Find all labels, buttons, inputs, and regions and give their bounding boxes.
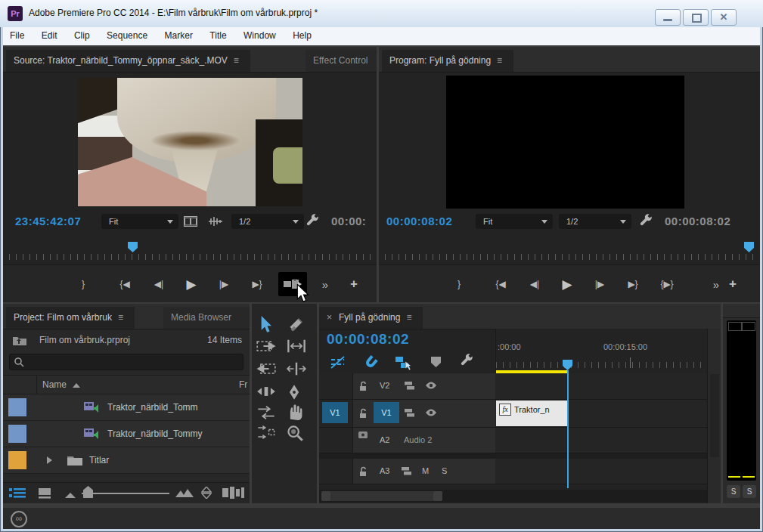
source-video-frame[interactable]: [78, 78, 302, 206]
pen-tool[interactable]: [287, 384, 309, 402]
v2-source-patch[interactable]: [319, 373, 353, 399]
list-header[interactable]: Name Fr: [3, 375, 250, 394]
expand-triangle-icon[interactable]: [47, 456, 52, 464]
rolling-edit-tool[interactable]: [287, 361, 309, 379]
folder-up-icon[interactable]: [12, 334, 27, 346]
button-editor-add[interactable]: +: [719, 277, 746, 292]
lock-icon[interactable]: [358, 381, 368, 391]
hand-tool[interactable]: [287, 404, 309, 422]
sync-lock-icon[interactable]: [404, 408, 416, 418]
program-scrubber[interactable]: [379, 233, 760, 263]
close-button[interactable]: ✕: [711, 9, 737, 26]
column-frame-rate[interactable]: Fr: [239, 376, 247, 394]
meter-solo-left-button[interactable]: S: [727, 485, 740, 498]
zoom-out-icon[interactable]: [65, 493, 76, 498]
track-a3-label[interactable]: A3: [380, 466, 389, 475]
tab-source[interactable]: Source: Traktor_närbild_Tommy_öppnar_säc…: [6, 50, 250, 72]
go-to-out-button[interactable]: ▶}: [243, 279, 271, 289]
tab-project[interactable]: Project: Film om vårbruk≡: [6, 307, 135, 329]
button-editor-add[interactable]: +: [340, 277, 368, 292]
track-v2-label[interactable]: V2: [380, 381, 389, 390]
drag-video-icon[interactable]: [183, 215, 198, 227]
rate-stretch-tool[interactable]: [256, 384, 279, 402]
v1-track-target-button[interactable]: V1: [374, 402, 399, 423]
audio-meter[interactable]: [727, 320, 756, 481]
project-row-2[interactable]: Traktor_närbild_Tommy: [3, 421, 250, 447]
menu-sequence[interactable]: Sequence: [100, 27, 154, 45]
play-button[interactable]: ▶: [178, 277, 205, 292]
zoom-tool[interactable]: [287, 425, 309, 443]
menu-marker[interactable]: Marker: [158, 27, 200, 45]
go-to-out-button[interactable]: ▶}: [619, 279, 647, 289]
zoom-slider-handle[interactable]: [83, 486, 93, 498]
toggle-track-output-eye-icon[interactable]: [425, 381, 437, 390]
track-a2-label[interactable]: A2: [380, 435, 389, 444]
track-v2-header[interactable]: V2: [319, 373, 495, 400]
source-playhead-icon[interactable]: [128, 242, 138, 252]
icon-view-icon[interactable]: [38, 487, 51, 500]
menu-file[interactable]: File: [3, 27, 31, 45]
track-a2-header[interactable]: A2 Audio 2: [319, 428, 495, 453]
sync-lock-icon[interactable]: [404, 381, 416, 391]
nest-toggle-icon[interactable]: [330, 355, 346, 370]
step-forward-button[interactable]: |▶: [210, 279, 237, 289]
menu-window[interactable]: Window: [237, 27, 283, 45]
ripple-edit-tool[interactable]: [287, 339, 309, 357]
search-input[interactable]: [9, 354, 243, 370]
lock-icon[interactable]: [358, 408, 368, 419]
add-marker-icon[interactable]: [431, 357, 441, 367]
program-playhead-icon[interactable]: [744, 242, 754, 252]
program-timecode[interactable]: 00:00:08:02: [386, 215, 452, 227]
lock-icon[interactable]: [358, 466, 368, 477]
panel-menu-icon[interactable]: ≡: [234, 50, 243, 72]
timeline-horizontal-scrollbar[interactable]: [319, 490, 707, 503]
minimize-button[interactable]: [655, 9, 681, 26]
zoom-slider-track[interactable]: [82, 493, 169, 494]
source-zoom-select[interactable]: Fit: [101, 214, 178, 229]
tab-program[interactable]: Program: Fyll på gödning≡: [382, 50, 513, 72]
step-back-button[interactable]: ◀|: [521, 279, 548, 289]
settings-wrench-icon[interactable]: [306, 214, 321, 229]
track-v1-lane[interactable]: fxTraktor_n: [495, 400, 707, 428]
source-resolution-select[interactable]: 1/2: [231, 214, 304, 229]
track-a2-name[interactable]: Audio 2: [404, 435, 432, 444]
razor-tool[interactable]: [288, 316, 311, 334]
tab-media-browser[interactable]: Media Browser: [163, 307, 250, 329]
menu-help[interactable]: Help: [286, 27, 318, 45]
mute-button[interactable]: M: [422, 466, 429, 475]
vscroll-thumb[interactable]: [710, 374, 719, 457]
sort-icon[interactable]: [201, 487, 212, 499]
program-zoom-select[interactable]: Fit: [476, 214, 553, 229]
close-tab-icon[interactable]: ×: [327, 312, 332, 323]
linked-selection-icon[interactable]: [395, 355, 413, 370]
timeline-ruler[interactable]: :00:00 00:00:15:00: [495, 329, 708, 373]
go-to-in-button[interactable]: {◀: [487, 279, 514, 289]
meters-header[interactable]: [723, 304, 760, 318]
drag-audio-icon[interactable]: [207, 216, 224, 227]
panel-menu-icon[interactable]: ≡: [406, 307, 415, 329]
timeline-vertical-scrollbar[interactable]: [707, 329, 721, 503]
v1-source-patch-button[interactable]: V1: [322, 402, 348, 423]
more-transport-buttons[interactable]: »: [312, 278, 339, 291]
program-resolution-select[interactable]: 1/2: [559, 214, 631, 229]
play-button[interactable]: ▶: [554, 277, 581, 292]
track-select-forward-tool[interactable]: [256, 339, 279, 357]
go-to-in-button[interactable]: {◀: [111, 279, 138, 289]
tab-sequence[interactable]: ×Fyll på gödning≡: [319, 307, 423, 329]
restore-button[interactable]: [683, 9, 709, 26]
source-scrubber[interactable]: [3, 233, 377, 263]
project-row-1[interactable]: Traktor_närbild_Tomm: [3, 394, 250, 421]
settings-wrench-icon[interactable]: [639, 214, 654, 229]
menu-title[interactable]: Title: [203, 27, 233, 45]
timeline-timecode[interactable]: 00:00:08:02: [327, 331, 409, 348]
track-a2-lane[interactable]: [495, 428, 707, 453]
slip-tool[interactable]: [256, 405, 279, 423]
label-swatch-blue[interactable]: [8, 398, 26, 416]
panel-menu-icon[interactable]: ≡: [118, 307, 127, 329]
hscroll-thumb[interactable]: [321, 491, 442, 501]
menu-edit[interactable]: Edit: [35, 27, 64, 45]
sync-lock-icon[interactable]: [401, 466, 413, 476]
mark-out-button[interactable]: }: [445, 279, 473, 289]
label-swatch-blue[interactable]: [8, 425, 26, 443]
slide-tool[interactable]: [256, 425, 279, 443]
